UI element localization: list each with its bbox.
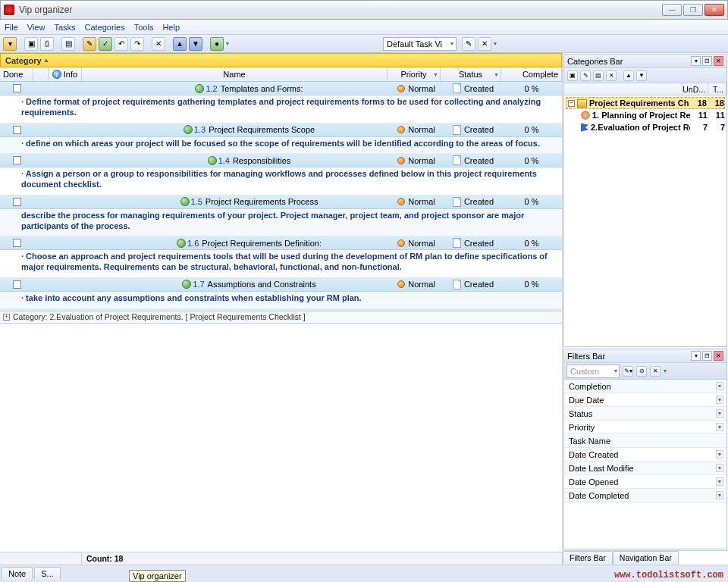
table-row[interactable]: 1.5Project Requirements Process Normal C… <box>0 196 562 209</box>
task-view-combo[interactable]: Default Task Vi <box>383 37 457 51</box>
categories-title: Categories Bar <box>567 57 623 66</box>
task-ball-icon <box>180 197 190 206</box>
filter-preset-combo[interactable]: Custom <box>566 365 620 378</box>
tool-copy-icon[interactable]: ▤ <box>61 37 75 51</box>
tab-s[interactable]: S... <box>34 567 61 580</box>
cat-down-icon[interactable]: ▼ <box>636 70 647 81</box>
filter-close-icon[interactable]: ✕ <box>714 351 723 361</box>
categories-tree[interactable]: −Project Requirements Checklis18181. Pla… <box>564 95 726 346</box>
cat-up-icon[interactable]: ▲ <box>623 70 634 81</box>
tree-item[interactable]: −Project Requirements Checklis1818 <box>566 97 725 109</box>
checkbox[interactable] <box>13 156 21 164</box>
col-icon[interactable] <box>33 67 49 81</box>
priority-dot-icon <box>397 126 405 133</box>
tool-open-icon[interactable]: ▣ <box>24 37 38 51</box>
menu-tasks[interactable]: Tasks <box>54 23 75 32</box>
filter-row[interactable]: Priority <box>564 421 726 434</box>
task-ball-icon <box>184 125 193 134</box>
filter-row[interactable]: Date Opened <box>564 475 726 489</box>
tool-clear-icon[interactable]: ✕ <box>478 37 491 51</box>
panel-close-icon[interactable]: ✕ <box>714 56 723 66</box>
tool-undo-icon[interactable]: ↶ <box>115 37 128 51</box>
task-ball-icon <box>182 280 191 289</box>
tab-navigation-bar[interactable]: Navigation Bar <box>613 551 679 565</box>
filter-row[interactable]: Date Last Modifie <box>564 462 726 475</box>
col-priority[interactable]: Priority▼ <box>388 67 441 81</box>
checkbox[interactable] <box>13 239 21 247</box>
col-complete[interactable]: Complete <box>501 67 562 81</box>
maximize-button[interactable]: ❐ <box>683 4 703 16</box>
tool-filter-icon[interactable]: ✎ <box>462 37 475 51</box>
checkbox[interactable] <box>13 126 21 134</box>
priority-dot-icon <box>397 198 405 205</box>
table-row[interactable]: 1.4Responsibilities Normal Created 0 % <box>0 154 562 167</box>
filter-row[interactable]: Date Created <box>564 448 726 462</box>
grid-body[interactable]: 1.2Templates and Forms: Normal Created 0… <box>0 82 562 311</box>
tool-new-icon[interactable]: ▾ <box>3 37 17 51</box>
filter-row[interactable]: Date Completed <box>564 489 726 502</box>
tool-down-icon[interactable]: ▼ <box>189 37 202 51</box>
filter-clear-icon[interactable]: ⊘ <box>636 366 647 377</box>
menu-tools[interactable]: Tools <box>134 23 154 32</box>
chevron-down-icon: ▵ <box>45 57 48 64</box>
filter-row[interactable]: Due Date <box>564 393 726 407</box>
panel-pin-icon[interactable]: ⊟ <box>702 56 712 66</box>
tool-check-icon[interactable]: ✓ <box>99 37 112 51</box>
menu-file[interactable]: File <box>5 23 18 32</box>
expand-icon[interactable]: + <box>3 314 10 321</box>
priority-dot-icon <box>397 157 405 164</box>
checkbox[interactable] <box>13 84 21 92</box>
categories-toolbar: ▣ ✎ ▤ ✕ ▲ ▼ <box>564 68 726 83</box>
cat-new-icon[interactable]: ▣ <box>567 70 578 81</box>
tool-delete-icon[interactable]: ✕ <box>152 37 165 51</box>
checkbox[interactable] <box>13 198 21 206</box>
col-und[interactable]: UnD... <box>682 83 708 95</box>
close-button[interactable]: ✕ <box>704 4 724 16</box>
panel-menu-icon[interactable]: ▾ <box>691 56 701 66</box>
filter-row[interactable]: Completion <box>564 380 726 393</box>
table-row[interactable]: 1.6Project Requirements Definition: Norm… <box>0 236 562 250</box>
category-label: Category <box>5 56 42 65</box>
cat-x-icon[interactable]: ✕ <box>606 70 617 81</box>
category-header[interactable]: Category ▵ <box>0 53 562 67</box>
tree-item[interactable]: 1. Planning of Project Requirem1111 <box>566 109 725 121</box>
tree-item[interactable]: 2.Evaluation of Project Requir77 <box>566 121 725 133</box>
filter-menu-icon[interactable]: ▾ <box>691 351 701 361</box>
status-doc-icon <box>453 155 461 165</box>
table-row[interactable]: 1.3Project Requirements Scope Normal Cre… <box>0 124 562 137</box>
col-name[interactable]: Name <box>82 67 388 81</box>
task-ball-icon <box>177 239 186 248</box>
filter-del-icon[interactable]: ✕ <box>650 366 661 377</box>
filter-row[interactable]: Status <box>564 407 726 421</box>
tool-print-icon[interactable]: ⎙ <box>40 37 54 51</box>
col-status[interactable]: Status▼ <box>441 67 501 81</box>
tool-up-icon[interactable]: ▲ <box>173 37 187 51</box>
table-row[interactable]: 1.7Assumptions and Constraints Normal Cr… <box>0 278 562 292</box>
cat-del-icon[interactable]: ▤ <box>593 70 604 81</box>
menu-categories[interactable]: Categories <box>85 23 125 32</box>
task-ball-icon <box>195 84 204 93</box>
checkbox[interactable] <box>13 280 21 289</box>
tool-redo-icon[interactable]: ↷ <box>130 37 144 51</box>
footer-category[interactable]: + Category: 2.Evaluation of Project Requ… <box>0 311 562 324</box>
watermark: www.todolistsoft.com <box>614 570 723 580</box>
cat-edit-icon[interactable]: ✎ <box>580 70 591 81</box>
filters-panel: Filters Bar ▾ ⊟ ✕ Custom ✎▾ ⊘ ✕ ▾ Comple… <box>563 349 727 549</box>
tab-filters-bar[interactable]: Filters Bar <box>563 551 613 565</box>
tool-category-icon[interactable]: ● <box>210 37 224 51</box>
minimize-button[interactable]: — <box>662 4 682 16</box>
filter-edit-icon[interactable]: ✎▾ <box>623 366 633 377</box>
tab-note[interactable]: Note <box>2 567 33 580</box>
table-row[interactable]: 1.2Templates and Forms: Normal Created 0… <box>0 82 562 95</box>
filter-row[interactable]: Task Name <box>564 434 726 448</box>
task-description: · Assign a person or a group to responsi… <box>0 167 562 196</box>
col-info[interactable]: iInfo <box>49 67 82 81</box>
col-done[interactable]: Done <box>0 67 33 81</box>
task-ball-icon <box>208 156 217 165</box>
menu-help[interactable]: Help <box>162 23 180 32</box>
menu-view[interactable]: View <box>27 23 46 32</box>
filter-pin-icon[interactable]: ⊟ <box>702 351 712 361</box>
tool-task-icon[interactable]: ✎ <box>83 37 96 51</box>
status-doc-icon <box>453 83 461 93</box>
col-t[interactable]: T... <box>708 83 726 95</box>
